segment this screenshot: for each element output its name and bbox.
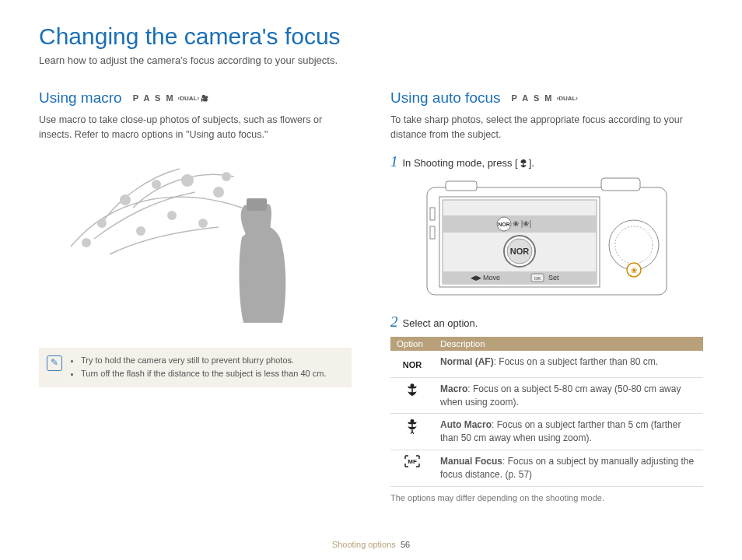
autofocus-description: To take sharp photos, select the appropr…: [390, 113, 703, 142]
macro-illustration: [39, 153, 352, 324]
step-1-text-prefix: In Shooting mode, press [: [403, 157, 518, 169]
svg-point-8: [82, 238, 91, 247]
option-icon-normal: NOR: [390, 351, 434, 378]
heading-text: Using macro: [39, 89, 122, 107]
svg-text:◀▶: ◀▶: [471, 274, 481, 282]
section-heading-autofocus: Using auto focus P A S M ‹DUAL›: [390, 89, 703, 107]
macro-button-icon: [518, 158, 529, 169]
mode-icons: P A S M ‹DUAL›: [512, 93, 579, 103]
mode-extra: ‹DUAL› 🎥: [178, 95, 209, 102]
svg-text:Set: Set: [548, 274, 559, 282]
tip-item: Turn off the flash if the distance to th…: [81, 367, 327, 381]
svg-rect-11: [247, 198, 267, 211]
step-2-text: Select an option.: [403, 317, 478, 329]
svg-point-2: [152, 180, 161, 189]
table-header-description: Description: [434, 337, 703, 351]
svg-text:❀ |❀|: ❀ |❀|: [513, 219, 531, 228]
option-desc: : Focus on a subject 5-80 cm away (50-80…: [440, 383, 681, 408]
focus-options-table: Option Description NOR Normal (AF): Focu…: [390, 337, 703, 487]
footer-page-number: 56: [401, 540, 410, 549]
svg-text:Move: Move: [483, 274, 500, 282]
tip-item: Try to hold the camera very still to pre…: [81, 354, 327, 368]
options-note: The options may differ depending on the …: [390, 493, 703, 502]
svg-point-7: [198, 219, 208, 228]
svg-point-4: [213, 187, 224, 198]
mode-extra: ‹DUAL›: [556, 95, 578, 102]
option-title: Manual Focus: [440, 456, 502, 467]
svg-text:❀: ❀: [631, 266, 637, 275]
svg-text:NOR: NOR: [498, 222, 510, 227]
step-number: 1: [390, 153, 398, 170]
svg-rect-24: [443, 271, 597, 284]
option-icon-manualfocus: MF: [390, 450, 434, 487]
option-title: Auto Macro: [440, 419, 492, 430]
step-1-text-suffix: ].: [529, 157, 534, 169]
svg-rect-14: [601, 178, 640, 191]
svg-point-9: [222, 172, 231, 181]
svg-point-5: [136, 226, 145, 236]
svg-point-6: [167, 211, 177, 220]
page-title: Changing the camera's focus: [39, 23, 703, 50]
svg-rect-34: [430, 208, 435, 220]
option-icon-automacro: A: [390, 414, 434, 450]
option-icon-macro: [390, 377, 434, 414]
table-row: Macro: Focus on a subject 5-80 cm away (…: [390, 377, 703, 414]
svg-text:OK: OK: [534, 276, 541, 281]
option-title: Macro: [440, 383, 467, 394]
svg-text:NOR: NOR: [510, 247, 530, 256]
svg-text:A: A: [411, 429, 415, 434]
camera-illustration: NOR ❀ |❀| NOR ◀▶ Move OK Set: [390, 177, 703, 301]
svg-point-0: [97, 219, 107, 228]
footer-section: Shooting options: [332, 540, 396, 549]
svg-rect-35: [430, 226, 435, 239]
svg-rect-13: [446, 181, 477, 191]
step-1: 1 In Shooting mode, press [].: [390, 153, 703, 170]
mode-letters: P A S M: [133, 93, 175, 103]
note-icon: ✎: [47, 355, 62, 371]
table-header-option: Option: [390, 337, 434, 351]
table-row: NOR Normal (AF): Focus on a subject fart…: [390, 351, 703, 378]
mode-letters: P A S M: [512, 93, 554, 103]
svg-text:MF: MF: [408, 458, 417, 465]
section-heading-macro: Using macro P A S M ‹DUAL› 🎥: [39, 89, 352, 107]
heading-text: Using auto focus: [390, 89, 501, 107]
step-number: 2: [390, 313, 398, 331]
page-subtitle: Learn how to adjust the camera's focus a…: [39, 54, 703, 66]
svg-point-31: [615, 226, 653, 264]
svg-point-1: [120, 194, 131, 205]
option-desc: : Focus on a subject farther than 80 cm.: [494, 356, 658, 367]
mode-icons: P A S M ‹DUAL› 🎥: [133, 93, 209, 103]
step-2: 2 Select an option.: [390, 313, 703, 331]
left-column: Using macro P A S M ‹DUAL› 🎥 Use macro t…: [39, 89, 352, 502]
page-footer: Shooting options 56: [0, 540, 742, 549]
svg-point-3: [181, 174, 194, 187]
table-row: A Auto Macro: Focus on a subject farther…: [390, 414, 703, 450]
tip-box: ✎ Try to hold the camera very still to p…: [39, 348, 352, 387]
table-row: MF Manual Focus: Focus on a subject by m…: [390, 450, 703, 487]
right-column: Using auto focus P A S M ‹DUAL› To take …: [390, 89, 703, 502]
option-title: Normal (AF): [440, 356, 494, 367]
macro-description: Use macro to take close-up photos of sub…: [39, 113, 352, 142]
